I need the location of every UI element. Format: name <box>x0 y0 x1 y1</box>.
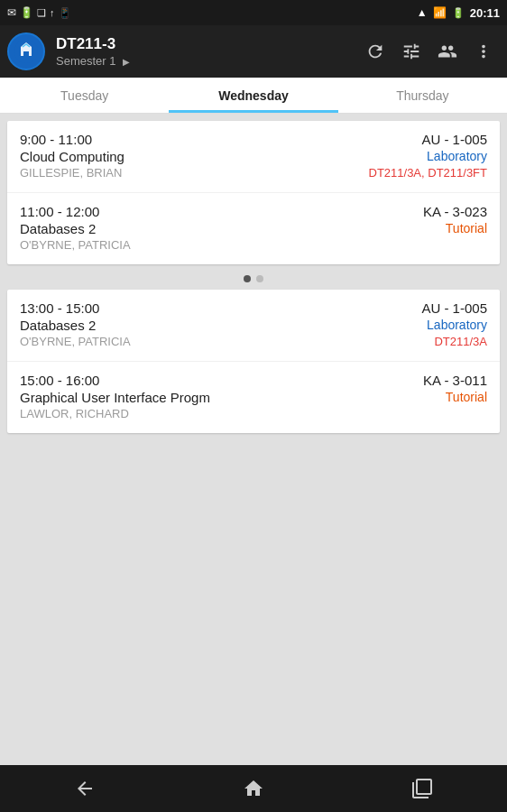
lecturer-3: O'BYRNE, PATRICIA <box>20 335 434 348</box>
phone-icon: 📱 <box>59 7 71 19</box>
app-title-block: DT211-3 Semester 1 ▶ <box>56 35 359 67</box>
wifi-icon: ▲ <box>417 6 428 19</box>
type-2: Tutorial <box>446 221 487 235</box>
time-4: 15:00 - 16:00 <box>20 373 99 388</box>
tab-bar: Tuesday Wednesday Thursday <box>0 78 507 114</box>
type-4: Tutorial <box>446 390 487 404</box>
subject-3: Databases 2 <box>20 318 427 333</box>
tab-thursday[interactable]: Thursday <box>338 78 507 113</box>
more-button[interactable] <box>467 35 500 68</box>
status-bar: ✉ 🔋 ❑ ↑ 📱 ▲ 📶 🔋 20:11 <box>0 0 507 25</box>
tab-wednesday[interactable]: Wednesday <box>169 78 337 113</box>
app-bar-actions <box>359 35 500 68</box>
subject-4: Graphical User Interface Progm <box>20 390 446 405</box>
room-1: AU - 1-005 <box>421 132 487 147</box>
time-3: 13:00 - 15:00 <box>20 300 99 316</box>
tab-tuesday[interactable]: Tuesday <box>0 78 169 113</box>
app-title: DT211-3 <box>56 35 359 53</box>
dropdown-arrow: ▶ <box>123 57 130 67</box>
battery-icon: 🔋 <box>452 7 465 19</box>
room-4: KA - 3-011 <box>423 373 487 388</box>
schedule-group-1: 9:00 - 11:00 AU - 1-005 Cloud Computing … <box>7 121 500 264</box>
subject-1: Cloud Computing <box>20 149 427 164</box>
home-button[interactable] <box>232 767 275 810</box>
status-time: 20:11 <box>470 6 500 20</box>
room-3: AU - 1-005 <box>421 300 487 316</box>
groups-1: DT211/3A, DT211/3FT <box>369 166 488 180</box>
back-button[interactable] <box>63 767 106 810</box>
dot-2 <box>256 275 263 282</box>
schedule-card-3[interactable]: 13:00 - 15:00 AU - 1-005 Databases 2 Lab… <box>7 290 500 362</box>
refresh-button[interactable] <box>359 35 392 68</box>
page-indicator <box>7 268 500 290</box>
filter-button[interactable] <box>395 35 428 68</box>
room-2: KA - 3-023 <box>423 204 487 219</box>
schedule-card-2[interactable]: 11:00 - 12:00 KA - 3-023 Databases 2 Tut… <box>7 193 500 264</box>
type-1: Laboratory <box>427 149 487 163</box>
svg-rect-1 <box>23 51 29 56</box>
upload-icon: ↑ <box>50 7 55 18</box>
schedule-card-1[interactable]: 9:00 - 11:00 AU - 1-005 Cloud Computing … <box>7 121 500 193</box>
content-area: 9:00 - 11:00 AU - 1-005 Cloud Computing … <box>0 114 507 765</box>
profiles-button[interactable] <box>431 35 464 68</box>
mail-icon: ✉ <box>7 6 16 19</box>
lecturer-1: GILLESPIE, BRIAN <box>20 166 369 180</box>
recents-button[interactable] <box>401 767 444 810</box>
schedule-group-2: 13:00 - 15:00 AU - 1-005 Databases 2 Lab… <box>7 290 500 433</box>
lecturer-4: LAWLOR, RICHARD <box>20 407 487 420</box>
lecturer-2: O'BYRNE, PATRICIA <box>20 238 487 252</box>
status-right: ▲ 📶 🔋 20:11 <box>417 6 500 20</box>
battery-small-icon: 🔋 <box>20 6 33 19</box>
app-bar: DT211-3 Semester 1 ▶ <box>0 25 507 78</box>
dot-1 <box>244 275 251 282</box>
app-subtitle: Semester 1 ▶ <box>56 54 359 68</box>
time-1: 9:00 - 11:00 <box>20 132 92 147</box>
groups-3: DT211/3A <box>434 335 487 348</box>
time-2: 11:00 - 12:00 <box>20 204 99 219</box>
type-3: Laboratory <box>427 318 487 332</box>
schedule-card-4[interactable]: 15:00 - 16:00 KA - 3-011 Graphical User … <box>7 362 500 433</box>
subject-2: Databases 2 <box>20 221 446 236</box>
status-icons: ✉ 🔋 ❑ ↑ 📱 <box>7 6 71 19</box>
nav-bar <box>0 765 507 812</box>
app-logo <box>7 32 45 70</box>
signal-icon: 📶 <box>433 6 447 19</box>
dropbox-icon: ❑ <box>37 7 46 19</box>
